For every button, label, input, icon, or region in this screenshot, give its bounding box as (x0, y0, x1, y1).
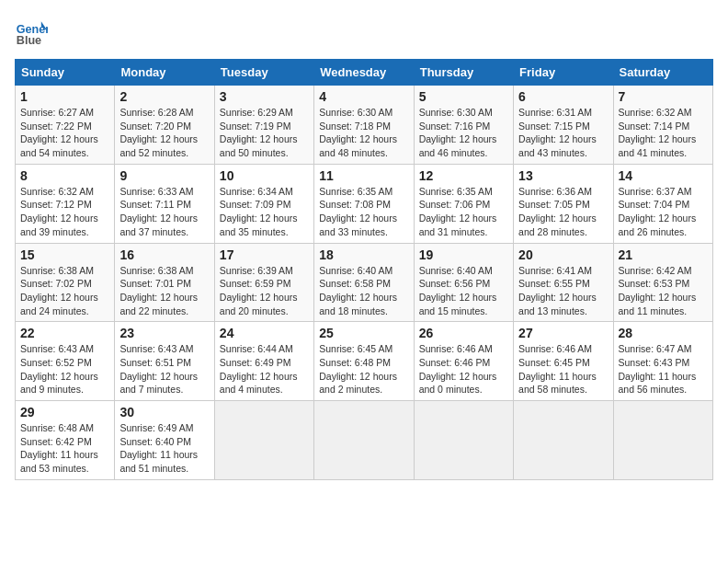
table-row: 25Sunrise: 6:45 AMSunset: 6:48 PMDayligh… (314, 322, 414, 401)
table-row: 19Sunrise: 6:40 AMSunset: 6:56 PMDayligh… (414, 243, 513, 322)
day-number: 23 (119, 326, 209, 340)
day-info: Sunrise: 6:43 AMSunset: 6:52 PMDaylight:… (20, 342, 109, 396)
table-row: 26Sunrise: 6:46 AMSunset: 6:46 PMDayligh… (414, 322, 513, 401)
day-info: Sunrise: 6:40 AMSunset: 6:56 PMDaylight:… (419, 264, 508, 318)
table-row: 27Sunrise: 6:46 AMSunset: 6:45 PMDayligh… (514, 322, 613, 401)
col-header-tuesday: Tuesday (214, 60, 313, 86)
day-number: 6 (518, 89, 608, 104)
day-info: Sunrise: 6:46 AMSunset: 6:45 PMDaylight:… (518, 342, 608, 396)
day-info: Sunrise: 6:39 AMSunset: 6:59 PMDaylight:… (220, 264, 309, 318)
table-row (214, 401, 313, 480)
day-info: Sunrise: 6:46 AMSunset: 6:46 PMDaylight:… (419, 342, 508, 396)
table-row: 11Sunrise: 6:35 AMSunset: 7:08 PMDayligh… (314, 164, 414, 243)
table-row: 29Sunrise: 6:48 AMSunset: 6:42 PMDayligh… (16, 401, 115, 480)
day-number: 15 (20, 247, 109, 262)
table-row (414, 401, 513, 480)
day-info: Sunrise: 6:45 AMSunset: 6:48 PMDaylight:… (319, 342, 408, 396)
day-number: 28 (619, 326, 708, 340)
table-row: 3Sunrise: 6:29 AMSunset: 7:19 PMDaylight… (214, 86, 313, 165)
day-number: 29 (20, 405, 109, 419)
day-info: Sunrise: 6:29 AMSunset: 7:19 PMDaylight:… (220, 106, 309, 160)
col-header-friday: Friday (514, 60, 613, 86)
table-row: 15Sunrise: 6:38 AMSunset: 7:02 PMDayligh… (16, 243, 115, 322)
day-info: Sunrise: 6:27 AMSunset: 7:22 PMDaylight:… (20, 106, 109, 160)
day-number: 16 (119, 247, 209, 262)
table-row: 6Sunrise: 6:31 AMSunset: 7:15 PMDaylight… (514, 86, 613, 165)
day-info: Sunrise: 6:32 AMSunset: 7:12 PMDaylight:… (20, 185, 109, 239)
day-info: Sunrise: 6:47 AMSunset: 6:43 PMDaylight:… (619, 342, 708, 396)
day-number: 24 (220, 326, 309, 340)
logo: General Blue (15, 15, 48, 48)
day-number: 13 (518, 168, 608, 183)
day-number: 3 (220, 89, 309, 104)
day-number: 27 (518, 326, 608, 340)
table-row: 14Sunrise: 6:37 AMSunset: 7:04 PMDayligh… (613, 164, 712, 243)
day-number: 25 (319, 326, 408, 340)
day-number: 20 (518, 247, 608, 262)
table-row: 30Sunrise: 6:49 AMSunset: 6:40 PMDayligh… (115, 401, 214, 480)
day-info: Sunrise: 6:35 AMSunset: 7:06 PMDaylight:… (419, 185, 508, 239)
table-row: 5Sunrise: 6:30 AMSunset: 7:16 PMDaylight… (414, 86, 513, 165)
day-number: 14 (619, 168, 708, 183)
day-info: Sunrise: 6:38 AMSunset: 7:02 PMDaylight:… (20, 264, 109, 318)
day-info: Sunrise: 6:33 AMSunset: 7:11 PMDaylight:… (119, 185, 209, 239)
day-number: 30 (119, 405, 209, 419)
col-header-monday: Monday (115, 60, 214, 86)
table-row: 17Sunrise: 6:39 AMSunset: 6:59 PMDayligh… (214, 243, 313, 322)
table-row: 12Sunrise: 6:35 AMSunset: 7:06 PMDayligh… (414, 164, 513, 243)
day-number: 12 (419, 168, 508, 183)
day-number: 9 (119, 168, 209, 183)
col-header-wednesday: Wednesday (314, 60, 414, 86)
day-number: 1 (20, 89, 109, 104)
day-number: 21 (619, 247, 708, 262)
table-row: 18Sunrise: 6:40 AMSunset: 6:58 PMDayligh… (314, 243, 414, 322)
table-row (613, 401, 712, 480)
day-info: Sunrise: 6:31 AMSunset: 7:15 PMDaylight:… (518, 106, 608, 160)
table-row: 16Sunrise: 6:38 AMSunset: 7:01 PMDayligh… (115, 243, 214, 322)
day-number: 26 (419, 326, 508, 340)
day-info: Sunrise: 6:41 AMSunset: 6:55 PMDaylight:… (518, 264, 608, 318)
day-number: 8 (20, 168, 109, 183)
svg-text:Blue: Blue (17, 34, 41, 47)
day-number: 5 (419, 89, 508, 104)
day-info: Sunrise: 6:40 AMSunset: 6:58 PMDaylight:… (319, 264, 408, 318)
day-info: Sunrise: 6:28 AMSunset: 7:20 PMDaylight:… (119, 106, 209, 160)
day-info: Sunrise: 6:48 AMSunset: 6:42 PMDaylight:… (20, 421, 109, 476)
day-info: Sunrise: 6:36 AMSunset: 7:05 PMDaylight:… (518, 185, 608, 239)
day-info: Sunrise: 6:30 AMSunset: 7:16 PMDaylight:… (419, 106, 508, 160)
table-row: 13Sunrise: 6:36 AMSunset: 7:05 PMDayligh… (514, 164, 613, 243)
day-info: Sunrise: 6:44 AMSunset: 6:49 PMDaylight:… (220, 342, 309, 396)
day-number: 18 (319, 247, 408, 262)
day-info: Sunrise: 6:32 AMSunset: 7:14 PMDaylight:… (619, 106, 708, 160)
day-info: Sunrise: 6:30 AMSunset: 7:18 PMDaylight:… (319, 106, 408, 160)
day-info: Sunrise: 6:43 AMSunset: 6:51 PMDaylight:… (119, 342, 209, 396)
logo-icon: General Blue (15, 15, 48, 48)
calendar-table: SundayMondayTuesdayWednesdayThursdayFrid… (15, 59, 713, 480)
col-header-sunday: Sunday (16, 60, 115, 86)
day-info: Sunrise: 6:37 AMSunset: 7:04 PMDaylight:… (619, 185, 708, 239)
table-row: 20Sunrise: 6:41 AMSunset: 6:55 PMDayligh… (514, 243, 613, 322)
table-row: 24Sunrise: 6:44 AMSunset: 6:49 PMDayligh… (214, 322, 313, 401)
table-row: 7Sunrise: 6:32 AMSunset: 7:14 PMDaylight… (613, 86, 712, 165)
table-row: 22Sunrise: 6:43 AMSunset: 6:52 PMDayligh… (16, 322, 115, 401)
day-number: 22 (20, 326, 109, 340)
day-number: 11 (319, 168, 408, 183)
day-info: Sunrise: 6:42 AMSunset: 6:53 PMDaylight:… (619, 264, 708, 318)
table-row: 28Sunrise: 6:47 AMSunset: 6:43 PMDayligh… (613, 322, 712, 401)
day-number: 4 (319, 89, 408, 104)
day-number: 17 (220, 247, 309, 262)
day-info: Sunrise: 6:49 AMSunset: 6:40 PMDaylight:… (119, 421, 209, 476)
day-number: 19 (419, 247, 508, 262)
table-row (314, 401, 414, 480)
table-row: 9Sunrise: 6:33 AMSunset: 7:11 PMDaylight… (115, 164, 214, 243)
day-number: 10 (220, 168, 309, 183)
table-row: 1Sunrise: 6:27 AMSunset: 7:22 PMDaylight… (16, 86, 115, 165)
page-header: General Blue (15, 15, 713, 48)
day-info: Sunrise: 6:38 AMSunset: 7:01 PMDaylight:… (119, 264, 209, 318)
calendar-header: SundayMondayTuesdayWednesdayThursdayFrid… (16, 60, 713, 86)
col-header-thursday: Thursday (414, 60, 513, 86)
day-info: Sunrise: 6:35 AMSunset: 7:08 PMDaylight:… (319, 185, 408, 239)
col-header-saturday: Saturday (613, 60, 712, 86)
table-row: 23Sunrise: 6:43 AMSunset: 6:51 PMDayligh… (115, 322, 214, 401)
table-row (514, 401, 613, 480)
